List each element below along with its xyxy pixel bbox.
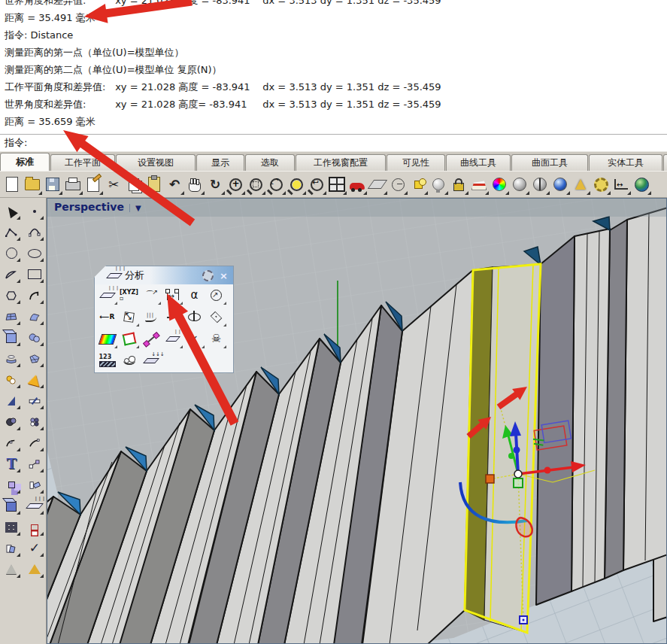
tab-surface-tools[interactable]: 曲面工具 <box>511 154 588 172</box>
point-coordinates-icon[interactable]: [XYZ]▫ <box>118 285 140 305</box>
viewport-layout-icon[interactable] <box>327 174 347 195</box>
spheres-icon[interactable] <box>25 328 44 347</box>
pan-view-icon[interactable] <box>185 174 205 195</box>
count-objects-icon[interactable]: 123 <box>96 351 118 371</box>
tab-visibility[interactable]: 可见性 <box>387 154 445 172</box>
boolean-spheres-icon[interactable] <box>2 412 21 431</box>
open-file-icon[interactable] <box>23 174 42 195</box>
boolean-union-icon[interactable] <box>2 370 21 389</box>
check-objects-icon[interactable]: ✓ <box>183 329 205 349</box>
perspective-viewport[interactable]: Perspective▼ 分析 × [XYZ]▫ α ⟵R <box>47 198 667 644</box>
rendered-sphere-icon[interactable] <box>550 174 570 195</box>
color-wheel-icon[interactable] <box>490 174 509 195</box>
viewport-title[interactable]: Perspective▼ <box>54 201 141 213</box>
curve-deviation-icon[interactable] <box>162 307 183 327</box>
fillet-corner-icon[interactable] <box>25 286 44 305</box>
cone-icon[interactable] <box>2 560 21 579</box>
tab-mesh-tools[interactable]: 网格 <box>663 154 667 172</box>
point-deviation-icon[interactable] <box>96 285 118 305</box>
edit-properties-icon[interactable] <box>83 174 103 195</box>
viewport-dropdown-icon[interactable]: ▼ <box>129 204 141 212</box>
curvature-circle-icon[interactable] <box>183 307 205 327</box>
mass-properties-icon[interactable]: ☠ <box>205 329 227 349</box>
selected-panel[interactable] <box>465 264 541 633</box>
planarity-check-icon[interactable] <box>205 307 227 327</box>
arc-icon[interactable] <box>2 265 21 284</box>
copy-blocks-icon[interactable] <box>2 475 21 494</box>
tab-standard[interactable]: 标准 <box>0 153 50 172</box>
angle-icon[interactable]: α <box>183 285 205 305</box>
set-view-icon[interactable] <box>388 174 408 195</box>
half-shaded-sphere-icon[interactable] <box>530 174 550 195</box>
curvature-graph-icon[interactable] <box>140 307 162 327</box>
cplane-icon[interactable] <box>368 174 387 195</box>
dimension-icon[interactable] <box>611 174 631 195</box>
analysis-panel-titlebar[interactable]: 分析 × <box>95 266 233 284</box>
paste-icon[interactable] <box>144 174 164 195</box>
zoom-window-icon[interactable] <box>246 174 265 195</box>
visibility-bulb-icon[interactable] <box>429 174 448 195</box>
extend-curve-icon[interactable] <box>25 433 44 452</box>
bounding-box-icon[interactable] <box>118 307 140 327</box>
copy-icon[interactable] <box>124 174 144 195</box>
rotate-icon[interactable] <box>25 475 44 494</box>
tab-display[interactable]: 显示 <box>196 154 244 172</box>
polyline-icon[interactable] <box>2 223 21 242</box>
undo-icon[interactable]: ↶ <box>165 174 184 195</box>
gumball-scale-handle-orange[interactable] <box>486 475 494 483</box>
shaded-sphere-icon[interactable] <box>510 174 529 195</box>
lock-objects-icon[interactable] <box>449 174 468 195</box>
tab-select[interactable]: 选取 <box>245 154 295 172</box>
earth-icon[interactable] <box>632 174 651 195</box>
distance-icon[interactable] <box>162 285 183 305</box>
surface-patch-icon[interactable] <box>25 349 44 368</box>
split-icon[interactable] <box>25 391 44 410</box>
fillet-curve-icon[interactable] <box>2 433 21 452</box>
group-icon[interactable] <box>2 539 21 557</box>
rectangle-icon[interactable] <box>25 265 44 284</box>
diameter-icon[interactable] <box>205 285 227 305</box>
tab-set-view[interactable]: 设置视图 <box>116 154 196 172</box>
radius-icon[interactable]: ⟵R <box>96 307 118 327</box>
array-grid-icon[interactable] <box>2 518 21 536</box>
surface-from-points-icon[interactable] <box>2 307 21 326</box>
geometric-continuity-icon[interactable] <box>118 351 140 371</box>
save-icon[interactable] <box>43 174 62 195</box>
cylinder-icon[interactable] <box>2 349 21 368</box>
wedge-trim-icon[interactable] <box>2 391 21 410</box>
zoom-dynamic-icon[interactable] <box>226 174 245 195</box>
direction-analysis-icon[interactable] <box>140 351 162 371</box>
curvature-analysis-icon[interactable] <box>96 329 118 349</box>
draft-angle-icon[interactable] <box>118 329 140 349</box>
circle-stack-icon[interactable] <box>25 412 44 431</box>
pyramid-icon[interactable] <box>25 560 44 579</box>
print-icon[interactable] <box>63 174 83 195</box>
move-control-points-icon[interactable] <box>25 454 44 473</box>
rotate-view-icon[interactable]: ↻ <box>205 174 225 195</box>
gear-icon[interactable] <box>202 270 214 281</box>
gumball-x-handle[interactable] <box>544 467 551 474</box>
curved-surface-icon[interactable] <box>25 307 44 326</box>
undo-view-icon[interactable] <box>307 174 326 195</box>
layers-icon[interactable] <box>469 174 489 195</box>
circle-icon[interactable] <box>2 244 21 263</box>
point-icon[interactable] <box>25 202 44 220</box>
display-mode-car-icon[interactable] <box>347 174 367 195</box>
text-icon[interactable]: T <box>2 454 21 473</box>
box-icon[interactable] <box>2 328 21 347</box>
check-selection-icon[interactable]: ✓ <box>25 539 44 557</box>
tab-solid-tools[interactable]: 实体工具 <box>589 154 662 172</box>
close-icon[interactable]: × <box>220 271 228 281</box>
command-prompt-input[interactable]: 指令: <box>0 134 667 151</box>
array-linear-icon[interactable] <box>25 518 44 536</box>
curve-control-points-icon[interactable] <box>25 223 44 242</box>
render-cone-icon[interactable] <box>571 174 590 195</box>
gumball-z-handle[interactable] <box>514 447 520 454</box>
polygon-icon[interactable] <box>2 286 21 305</box>
zoom-extents-icon[interactable] <box>266 174 286 195</box>
tab-cplane[interactable]: 工作平面 <box>50 154 115 172</box>
osnap-shapes-icon[interactable] <box>408 174 428 195</box>
solid-box-icon[interactable] <box>2 497 21 515</box>
select-pointer-icon[interactable] <box>2 202 21 220</box>
ellipse-icon[interactable] <box>25 244 44 263</box>
